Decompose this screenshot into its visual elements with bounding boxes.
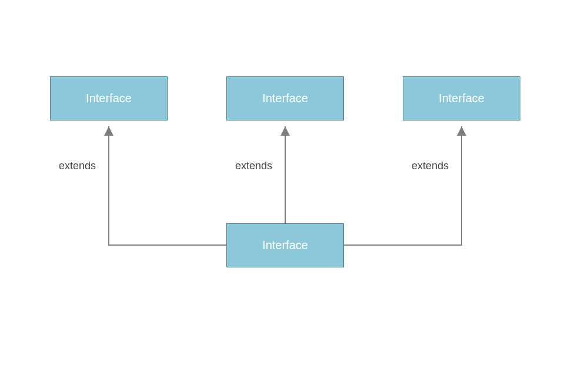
edge-left-path: [109, 126, 226, 245]
interface-label: Interface: [86, 92, 132, 105]
interface-box-bottom: Interface: [226, 223, 344, 267]
interface-box-top-right: Interface: [403, 76, 520, 120]
interface-label: Interface: [439, 92, 485, 105]
edge-label-mid: extends: [235, 160, 272, 172]
interface-box-top-mid: Interface: [226, 76, 344, 120]
edge-label-right: extends: [412, 160, 449, 172]
interface-box-top-left: Interface: [50, 76, 168, 120]
interface-label: Interface: [262, 92, 308, 105]
diagram-connectors: [0, 0, 588, 382]
interface-label: Interface: [262, 239, 308, 252]
edge-label-left: extends: [59, 160, 96, 172]
edge-right-path: [344, 126, 462, 245]
